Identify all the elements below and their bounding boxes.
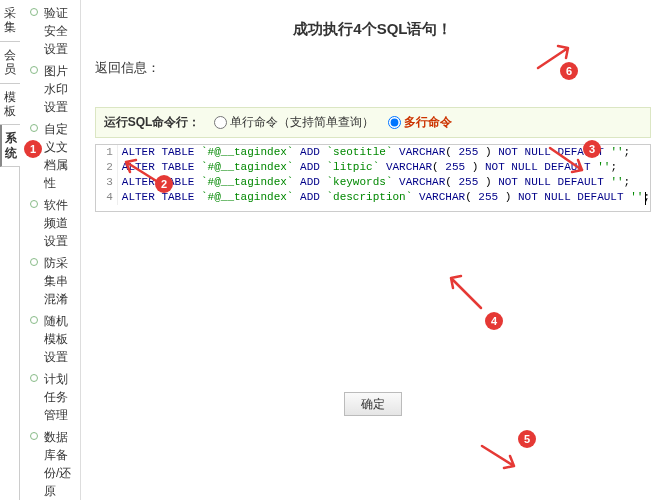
bullet-icon [30,200,38,208]
bullet-icon [30,316,38,324]
vertical-tab-strip: 采集 会员 模板 系统 [0,0,20,500]
bullet-icon [30,432,38,440]
radio-multi-input[interactable] [388,116,401,129]
ok-button[interactable]: 确定 [344,392,402,416]
main-content: 成功执行4个SQL语句！ 返回信息： 运行SQL命令行： 单行命令（支持简单查询… [81,0,665,500]
vtab-template[interactable]: 模板 [0,84,20,126]
line-number: 1 [96,145,118,160]
sidebar-item[interactable]: 数据库备份/还原 [26,426,76,500]
bullet-icon [30,8,38,16]
sidebar: 验证安全设置 图片水印设置 自定义文档属性 软件频道设置 防采集串混淆 随机模板… [20,0,81,500]
line-number: 3 [96,175,118,190]
code-line: ALTER TABLE `#@__tagindex` ADD `litpic` … [118,160,617,175]
sidebar-item[interactable]: 防采集串混淆 [26,252,76,310]
line-number: 2 [96,160,118,175]
code-line: ALTER TABLE `#@__tagindex` ADD `seotitle… [118,145,630,160]
bullet-icon [30,66,38,74]
radio-multi-label: 多行命令 [404,114,452,131]
radio-single-input[interactable] [214,116,227,129]
sidebar-item[interactable]: 图片水印设置 [26,60,76,118]
text-cursor [645,192,646,205]
sidebar-item[interactable]: 软件频道设置 [26,194,76,252]
success-message: 成功执行4个SQL语句！ [95,20,651,39]
sidebar-item[interactable]: 自定义文档属性 [26,118,76,194]
vtab-member[interactable]: 会员 [0,42,20,84]
sql-bar-title: 运行SQL命令行： [104,114,201,131]
sidebar-item[interactable]: 计划任务管理 [26,368,76,426]
radio-multi-line[interactable]: 多行命令 [388,114,452,131]
bullet-icon [30,124,38,132]
radio-single-label: 单行命令（支持简单查询） [230,114,374,131]
vtab-collect[interactable]: 采集 [0,0,20,42]
return-info-label: 返回信息： [95,59,651,77]
sql-code-editor[interactable]: 1ALTER TABLE `#@__tagindex` ADD `seotitl… [95,144,651,212]
line-number: 4 [96,190,118,205]
code-line: ALTER TABLE `#@__tagindex` ADD `descript… [118,190,650,205]
code-line: ALTER TABLE `#@__tagindex` ADD `keywords… [118,175,630,190]
sql-mode-bar: 运行SQL命令行： 单行命令（支持简单查询） 多行命令 [95,107,651,138]
radio-single-line[interactable]: 单行命令（支持简单查询） [214,114,374,131]
bullet-icon [30,258,38,266]
vtab-system[interactable]: 系统 [0,125,20,167]
sidebar-item[interactable]: 随机模板设置 [26,310,76,368]
sidebar-item[interactable]: 验证安全设置 [26,2,76,60]
bullet-icon [30,374,38,382]
